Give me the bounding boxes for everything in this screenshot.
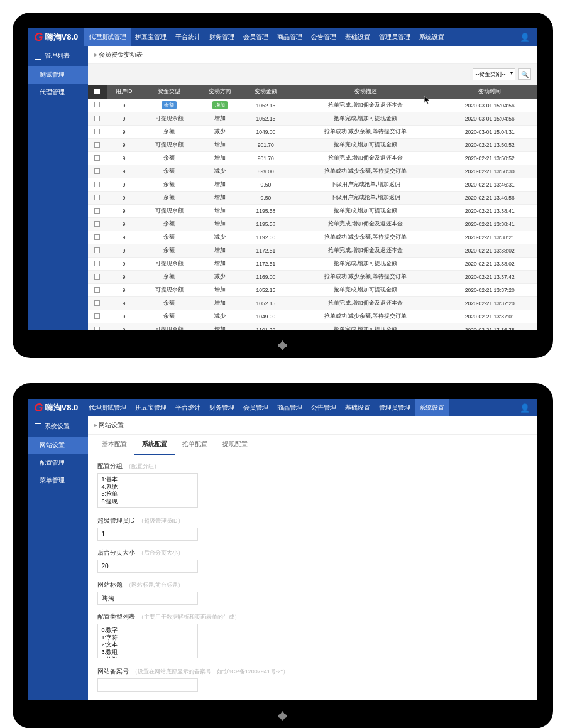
topbar: G 嗨淘V8.0 代理测试管理拼豆宝管理平台统计财务管理会员管理商品管理公告管理… <box>28 28 537 46</box>
row-checkbox[interactable] <box>94 116 100 121</box>
nav-item[interactable]: 系统设置 <box>415 399 449 416</box>
field-label: 网站标题（网站标题,前台标题） <box>97 580 528 589</box>
nav-item[interactable]: 财务管理 <box>205 399 239 416</box>
row-checkbox[interactable] <box>94 102 100 107</box>
table-cell: 2020-02-21 13:50:52 <box>442 139 537 152</box>
row-checkbox[interactable] <box>94 195 100 200</box>
form-row: 后台分页大小（后台分页大小） <box>97 548 528 573</box>
table-cell: 增加 <box>197 139 243 152</box>
row-checkbox[interactable] <box>94 261 100 266</box>
table-cell <box>88 178 107 192</box>
tab[interactable]: 提现配置 <box>215 435 255 455</box>
table-cell <box>88 112 107 126</box>
table-cell: 9 <box>107 244 141 258</box>
nav-item[interactable]: 管理员管理 <box>375 28 415 46</box>
table-cell: 抢单完成,增加可提现金额 <box>288 323 442 330</box>
tab[interactable]: 系统配置 <box>134 435 175 455</box>
user-icon[interactable]: 👤 <box>512 33 537 42</box>
sidebar-item[interactable]: 配置管理 <box>28 454 88 472</box>
row-checkbox[interactable] <box>94 234 100 240</box>
table-cell: 可提现余额 <box>141 139 197 152</box>
direction-badge: 增加 <box>212 101 228 109</box>
sidebar: 管理列表 测试管理代理管理 <box>28 46 88 330</box>
field-input[interactable] <box>97 473 198 508</box>
table-cell: 2020-02-21 13:38:41 <box>442 218 537 231</box>
nav-item[interactable]: 商品管理 <box>273 399 307 416</box>
table-cell: 9 <box>107 310 141 323</box>
field-label: 后台色系（后台颜色风格） <box>97 699 528 700</box>
table-cell: 余额 <box>141 192 197 205</box>
table-cell <box>88 297 107 310</box>
nav-item[interactable]: 系统设置 <box>415 28 449 46</box>
sidebar-item[interactable]: 网站设置 <box>28 437 88 454</box>
field-input[interactable] <box>97 678 198 692</box>
sidebar-item[interactable]: 代理管理 <box>28 84 88 101</box>
table-cell: 增加 <box>197 258 243 271</box>
nav-item[interactable]: 基础设置 <box>341 28 375 46</box>
row-checkbox[interactable] <box>94 247 100 253</box>
field-input[interactable] <box>97 528 198 541</box>
sidebar-item[interactable]: 菜单管理 <box>28 472 88 489</box>
nav-item[interactable]: 管理员管理 <box>375 399 415 416</box>
table-cell: 1049.00 <box>243 126 289 139</box>
row-checkbox[interactable] <box>94 129 100 134</box>
nav-item[interactable]: 会员管理 <box>239 28 273 46</box>
table-row: 9余额减少1192.00抢单成功,减少余额,等待提交订单2020-02-21 1… <box>88 231 537 244</box>
breadcrumb: 会员资金变动表 <box>88 46 537 64</box>
table-cell: 抢单完成,增加可提现金额 <box>288 112 442 126</box>
row-checkbox[interactable] <box>94 182 100 187</box>
row-checkbox[interactable] <box>94 313 100 319</box>
nav-item[interactable]: 会员管理 <box>239 399 273 416</box>
table-cell: 2020-02-21 13:37:42 <box>442 271 537 284</box>
table-row: 9余额增加1052.15抢单完成,增加佣金及返还本金2020-03-01 15:… <box>88 99 537 112</box>
table-cell <box>88 323 107 330</box>
nav-item[interactable]: 代理测试管理 <box>84 28 131 46</box>
nav-item[interactable]: 平台统计 <box>171 28 205 46</box>
table-cell: 9 <box>107 152 141 165</box>
row-checkbox[interactable] <box>94 300 100 306</box>
nav-item[interactable]: 拼豆宝管理 <box>131 28 171 46</box>
row-checkbox[interactable] <box>94 168 100 174</box>
filter-select[interactable]: --资金类别-- <box>473 68 515 80</box>
logo-icon: G <box>35 31 43 44</box>
row-checkbox[interactable] <box>94 274 100 280</box>
user-icon[interactable]: 👤 <box>512 403 537 413</box>
field-input[interactable] <box>97 592 198 605</box>
table-cell: 2020-03-01 15:04:56 <box>442 112 537 126</box>
row-checkbox[interactable] <box>94 155 100 161</box>
row-checkbox[interactable] <box>94 221 100 227</box>
select-all-checkbox[interactable] <box>94 89 100 94</box>
table-cell <box>88 244 107 258</box>
nav-item[interactable]: 财务管理 <box>205 28 239 46</box>
table-cell <box>88 231 107 244</box>
nav-item[interactable]: 拼豆宝管理 <box>131 399 171 416</box>
table-cell: 9 <box>107 192 141 205</box>
table-cell: 1169.00 <box>243 271 289 284</box>
nav-item[interactable]: 商品管理 <box>273 28 307 46</box>
row-checkbox[interactable] <box>94 327 100 330</box>
row-checkbox[interactable] <box>94 142 100 148</box>
field-input[interactable] <box>97 560 198 573</box>
table-cell <box>88 126 107 139</box>
form-row: 网站备案号（设置在网站底部显示的备案号，如"沪ICP备12007941号-2"） <box>97 667 528 692</box>
nav-item[interactable]: 平台统计 <box>171 399 205 416</box>
data-table: 用户ID资金类型变动方向变动金额变动描述变动时间 9余额增加1052.15抢单完… <box>88 85 537 330</box>
logo: G 嗨淘V8.0 <box>28 401 85 415</box>
nav-item[interactable]: 公告管理 <box>307 28 341 46</box>
tab[interactable]: 基本配置 <box>94 435 134 455</box>
table-cell: 余额 <box>141 271 197 284</box>
nav-item[interactable]: 代理测试管理 <box>84 399 131 416</box>
nav-item[interactable]: 基础设置 <box>341 399 375 416</box>
tab[interactable]: 抢单配置 <box>175 435 215 455</box>
row-checkbox[interactable] <box>94 208 100 214</box>
search-button[interactable]: 🔍 <box>518 68 531 80</box>
table-cell: 2020-02-21 13:40:56 <box>442 192 537 205</box>
table-row: 9可提现余额增加1101.29抢单完成,增加可提现金额2020-02-21 13… <box>88 323 537 330</box>
nav-item[interactable]: 公告管理 <box>307 399 341 416</box>
row-checkbox[interactable] <box>94 287 100 293</box>
table-cell: 2020-02-21 13:37:20 <box>442 297 537 310</box>
field-input[interactable] <box>97 624 198 658</box>
sidebar-item[interactable]: 测试管理 <box>28 66 88 84</box>
table-cell: 抢单完成,增加佣金及返还本金 <box>288 152 442 165</box>
table-cell: 0.50 <box>243 178 289 192</box>
